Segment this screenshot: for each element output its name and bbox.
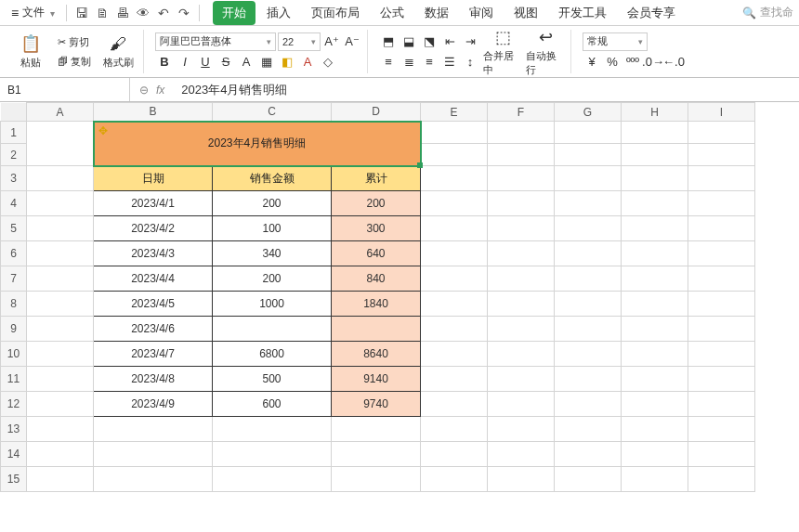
fill-color-button[interactable]: ◧	[278, 53, 296, 71]
row-header-4[interactable]: 4	[1, 191, 27, 216]
cell-empty[interactable]	[555, 467, 622, 492]
selection-handle[interactable]	[417, 162, 423, 168]
tab-insert[interactable]: 插入	[257, 1, 300, 25]
align-center-icon[interactable]: ≣	[400, 53, 418, 71]
clear-format-button[interactable]: ◇	[319, 53, 337, 71]
cell-empty[interactable]	[622, 241, 688, 266]
align-left-icon[interactable]: ≡	[379, 53, 398, 71]
title-cell[interactable]: ✥2023年4月销售明细	[94, 122, 421, 166]
currency-icon[interactable]: ¥	[583, 53, 601, 71]
font-size-select[interactable]: 22	[278, 32, 321, 51]
cell-A9[interactable]	[27, 317, 94, 342]
cell-empty[interactable]	[688, 241, 755, 266]
file-menu[interactable]: 文件	[6, 3, 60, 22]
cell-empty[interactable]	[421, 392, 488, 417]
cell-B15[interactable]	[94, 467, 213, 492]
cell-empty[interactable]	[421, 166, 488, 191]
cell-empty[interactable]	[421, 442, 488, 467]
col-header-A[interactable]: A	[27, 103, 94, 122]
cell-date-5[interactable]: 2023/4/2	[94, 216, 213, 241]
cell-A5[interactable]	[27, 216, 94, 241]
fx-icon[interactable]: fx	[156, 84, 164, 97]
cell-empty[interactable]	[622, 417, 688, 442]
cell-accum-9[interactable]	[332, 317, 421, 342]
cell-accum-4[interactable]: 200	[332, 191, 421, 216]
decrease-decimal-icon[interactable]: ←.0	[664, 53, 683, 71]
cell-amount-8[interactable]: 1000	[213, 292, 332, 317]
cell-amount-11[interactable]: 500	[213, 367, 332, 392]
copy-button[interactable]: 🗐 复制	[54, 53, 95, 71]
cell-empty[interactable]	[688, 191, 755, 216]
cell-empty[interactable]	[555, 442, 622, 467]
cell-amount-9[interactable]	[213, 317, 332, 342]
cell-empty[interactable]	[555, 392, 622, 417]
cell-date-6[interactable]: 2023/4/3	[94, 241, 213, 266]
save-icon[interactable]: 🖫	[72, 4, 91, 22]
col-header-I[interactable]: I	[688, 103, 755, 122]
tab-review[interactable]: 审阅	[460, 1, 503, 25]
strikethrough-button[interactable]: S	[216, 53, 235, 71]
align-middle-icon[interactable]: ⬓	[400, 32, 418, 51]
row-header-7[interactable]: 7	[1, 266, 27, 292]
cell-empty[interactable]	[688, 292, 755, 317]
cell-D14[interactable]	[332, 442, 421, 467]
cell-A14[interactable]	[27, 442, 94, 467]
cell-empty[interactable]	[688, 442, 755, 467]
col-header-H[interactable]: H	[622, 103, 688, 122]
cell-B14[interactable]	[94, 442, 213, 467]
cell-C13[interactable]	[213, 417, 332, 442]
cut-button[interactable]: ✂ 剪切	[54, 33, 95, 51]
cell-empty[interactable]	[421, 144, 488, 166]
cell-empty[interactable]	[421, 191, 488, 216]
cell-A4[interactable]	[27, 191, 94, 216]
tab-page-layout[interactable]: 页面布局	[302, 1, 369, 25]
cell-empty[interactable]	[421, 367, 488, 392]
cell-empty[interactable]	[555, 266, 622, 292]
spreadsheet-grid[interactable]: A B C D E F G H I 1✥2023年4月销售明细23日期销售金额累…	[0, 102, 799, 532]
row-header-2[interactable]: 2	[1, 144, 27, 166]
cell-empty[interactable]	[488, 467, 555, 492]
decrease-font-icon[interactable]: A⁻	[343, 32, 361, 51]
cell-empty[interactable]	[622, 342, 688, 367]
align-bottom-icon[interactable]: ⬔	[420, 32, 439, 51]
undo-icon[interactable]: ↶	[154, 4, 173, 22]
cell-empty[interactable]	[688, 417, 755, 442]
merge-center-button[interactable]: ⬚ 合并居中	[483, 27, 522, 77]
cell-date-11[interactable]: 2023/4/8	[94, 367, 213, 392]
cancel-icon[interactable]: ⊖	[139, 84, 149, 97]
cell-accum-7[interactable]: 840	[332, 266, 421, 292]
cell-empty[interactable]	[622, 467, 688, 492]
cell-empty[interactable]	[488, 417, 555, 442]
cell-empty[interactable]	[488, 191, 555, 216]
cell-B13[interactable]	[94, 417, 213, 442]
cell-empty[interactable]	[421, 467, 488, 492]
print-preview-icon[interactable]: 👁	[134, 4, 152, 22]
cell-empty[interactable]	[488, 266, 555, 292]
cell-empty[interactable]	[622, 122, 688, 144]
cell-A12[interactable]	[27, 392, 94, 417]
cell-empty[interactable]	[622, 292, 688, 317]
align-top-icon[interactable]: ⬒	[379, 32, 398, 51]
col-header-C[interactable]: C	[213, 103, 332, 122]
italic-button[interactable]: I	[176, 53, 194, 71]
row-header-9[interactable]: 9	[1, 317, 27, 342]
decrease-indent-icon[interactable]: ⇤	[440, 32, 459, 51]
row-header-11[interactable]: 11	[1, 367, 27, 392]
cell-empty[interactable]	[622, 144, 688, 166]
cell-amount-10[interactable]: 6800	[213, 342, 332, 367]
increase-font-icon[interactable]: A⁺	[322, 32, 341, 51]
borders-button[interactable]: ▦	[257, 53, 276, 71]
cell-empty[interactable]	[555, 144, 622, 166]
cell-accum-10[interactable]: 8640	[332, 342, 421, 367]
header-accum[interactable]: 累计	[332, 166, 421, 191]
cell-empty[interactable]	[421, 292, 488, 317]
tab-member[interactable]: 会员专享	[618, 1, 685, 25]
cell-empty[interactable]	[555, 417, 622, 442]
cell-date-7[interactable]: 2023/4/4	[94, 266, 213, 292]
cell-empty[interactable]	[688, 392, 755, 417]
cell-empty[interactable]	[622, 392, 688, 417]
cell-A1[interactable]	[27, 122, 94, 166]
cell-empty[interactable]	[555, 241, 622, 266]
cell-empty[interactable]	[555, 122, 622, 144]
cell-empty[interactable]	[555, 191, 622, 216]
